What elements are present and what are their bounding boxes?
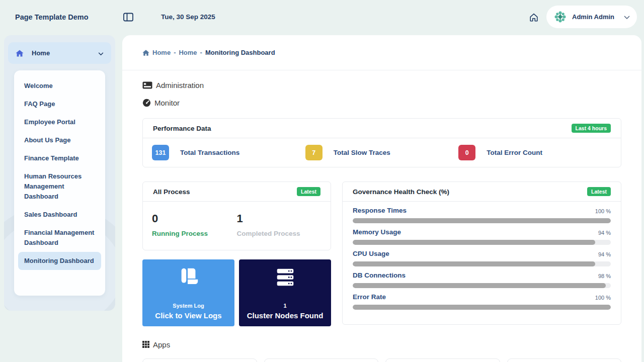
stat-value-badge: 131 <box>152 145 169 160</box>
home-icon <box>142 50 149 56</box>
sidebar-menu: Welcome FAQ Page Employee Portal About U… <box>14 70 105 296</box>
progress-fill <box>353 305 611 310</box>
stat-total-transactions: 131 Total Transactions <box>152 145 305 160</box>
progress-fill <box>353 261 595 266</box>
top-bar: Page Template Demo Tue, 30 Sep 2025 <box>0 0 644 33</box>
system-log-tile[interactable]: System Log Click to View Logs <box>142 259 234 326</box>
metric-percent: 94 % <box>598 251 611 257</box>
sidebar-section-label: Home <box>32 49 50 57</box>
metric-percent: 94 % <box>598 230 611 236</box>
sidebar-item-welcome[interactable]: Welcome <box>18 77 101 95</box>
section-monitor: Monitor <box>142 98 621 107</box>
tachometer-icon <box>142 99 151 107</box>
section-apps: Apps <box>142 340 621 349</box>
time-range-badge: Last 4 hours <box>572 124 611 133</box>
breadcrumb-current-page: Monitoring Dashboard <box>205 49 275 56</box>
governance-card-title: Governance Health Check (%) <box>353 188 449 196</box>
metric-percent: 98 % <box>598 273 611 279</box>
stat-label: Total Error Count <box>487 149 542 156</box>
performance-card-header: Performance Data Last 4 hours <box>143 119 621 138</box>
running-process-label: Running Process <box>152 230 237 237</box>
progress-fill <box>353 240 595 245</box>
avatar <box>553 10 567 24</box>
apps-card-row <box>142 358 621 362</box>
section-administration: Administration <box>142 80 621 89</box>
metric-db-connections: DB Connections 98 % <box>353 270 611 288</box>
section-monitor-label: Monitor <box>154 99 180 107</box>
all-process-card-header: All Process Latest <box>143 182 331 202</box>
all-process-card: All Process Latest 0 Running Process 1 C… <box>142 182 331 250</box>
progress-fill <box>353 283 606 288</box>
latest-badge: Latest <box>297 187 320 196</box>
app-card[interactable] <box>507 358 622 362</box>
cluster-nodes-label: Cluster Nodes Found <box>247 311 324 320</box>
performance-card-body: 131 Total Transactions 7 Total Slow Trac… <box>143 138 621 167</box>
performance-card-title: Performance Data <box>153 125 211 132</box>
section-apps-label: Apps <box>153 340 170 349</box>
progress-track <box>353 305 611 310</box>
section-administration-label: Administration <box>156 81 204 89</box>
governance-card-header: Governance Health Check (%) Latest <box>343 182 621 202</box>
progress-fill <box>353 218 611 223</box>
sidebar-toggle-icon[interactable] <box>123 13 133 22</box>
all-process-body: 0 Running Process 1 Completed Process <box>143 202 331 248</box>
metric-label: DB Connections <box>353 272 406 279</box>
metric-label: Error Rate <box>353 293 386 301</box>
sidebar-item-hr-management-dashboard[interactable]: Human Resources Management Dashboard <box>18 167 101 206</box>
breadcrumb: Home - Home - Monitoring Dashboard <box>122 35 641 70</box>
sidebar-item-finance-template[interactable]: Finance Template <box>18 149 101 167</box>
home-icon[interactable] <box>529 13 539 22</box>
sidebar-item-about-us-page[interactable]: About Us Page <box>18 131 101 149</box>
main-panel: Home - Home - Monitoring Dashboard Admin… <box>122 35 641 362</box>
progress-track <box>353 283 611 288</box>
metric-error-rate: Error Rate 100 % <box>353 292 611 310</box>
chevron-down-icon <box>624 13 630 22</box>
completed-process-stat: 1 Completed Process <box>237 212 322 237</box>
metric-label: Response Times <box>353 207 407 214</box>
cluster-nodes-tile[interactable]: 1 Cluster Nodes Found <box>239 259 331 326</box>
latest-badge: Latest <box>587 187 611 196</box>
sidebar-item-employee-portal[interactable]: Employee Portal <box>18 113 101 131</box>
system-log-title: System Log <box>173 303 204 309</box>
cluster-nodes-count: 1 <box>283 303 286 309</box>
app-card[interactable] <box>142 358 257 362</box>
sidebar-item-faq-page[interactable]: FAQ Page <box>18 95 101 113</box>
progress-track <box>353 261 611 266</box>
metric-percent: 100 % <box>595 295 611 301</box>
running-process-value: 0 <box>152 212 237 225</box>
sidebar-item-financial-management-dashboard[interactable]: Financial Management Dashboard <box>18 224 101 252</box>
app-card[interactable] <box>264 358 379 362</box>
sidebar-section-home[interactable]: Home <box>8 42 111 64</box>
metric-label: CPU Usage <box>353 250 389 257</box>
apps-grid-icon <box>142 341 149 348</box>
sidebar-item-sales-dashboard[interactable]: Sales Dashboard <box>18 206 101 224</box>
running-process-stat: 0 Running Process <box>152 212 237 237</box>
breadcrumb-link-home[interactable]: Home <box>152 49 171 56</box>
chevron-down-icon <box>98 49 104 58</box>
all-process-title: All Process <box>153 188 190 196</box>
completed-process-label: Completed Process <box>237 230 322 237</box>
metric-label: Memory Usage <box>353 228 401 236</box>
stat-label: Total Slow Traces <box>334 149 390 156</box>
metric-percent: 100 % <box>595 208 611 214</box>
user-menu[interactable]: Admin Admin <box>546 6 637 28</box>
metric-cpu-usage: CPU Usage 94 % <box>353 249 611 266</box>
metric-memory-usage: Memory Usage 94 % <box>353 227 611 245</box>
breadcrumb-separator: - <box>200 49 202 56</box>
stat-label: Total Transactions <box>180 149 239 156</box>
breadcrumb-link-home-2[interactable]: Home <box>179 49 197 56</box>
progress-track <box>353 218 611 223</box>
sidebar-item-monitoring-dashboard[interactable]: Monitoring Dashboard <box>18 252 101 270</box>
home-icon <box>16 50 24 57</box>
performance-data-card: Performance Data Last 4 hours 131 Total … <box>142 118 621 167</box>
current-date: Tue, 30 Sep 2025 <box>161 13 215 21</box>
metric-response-times: Response Times 100 % <box>353 206 611 223</box>
completed-process-value: 1 <box>237 212 322 225</box>
stat-total-slow-traces: 7 Total Slow Traces <box>305 145 459 160</box>
system-log-subtitle: Click to View Logs <box>155 311 221 320</box>
app-card[interactable] <box>385 358 500 362</box>
governance-health-card: Governance Health Check (%) Latest Respo… <box>342 182 621 325</box>
stat-total-error-count: 0 Total Error Count <box>458 145 612 160</box>
server-stack-icon <box>274 266 297 289</box>
breadcrumb-separator: - <box>174 49 176 56</box>
